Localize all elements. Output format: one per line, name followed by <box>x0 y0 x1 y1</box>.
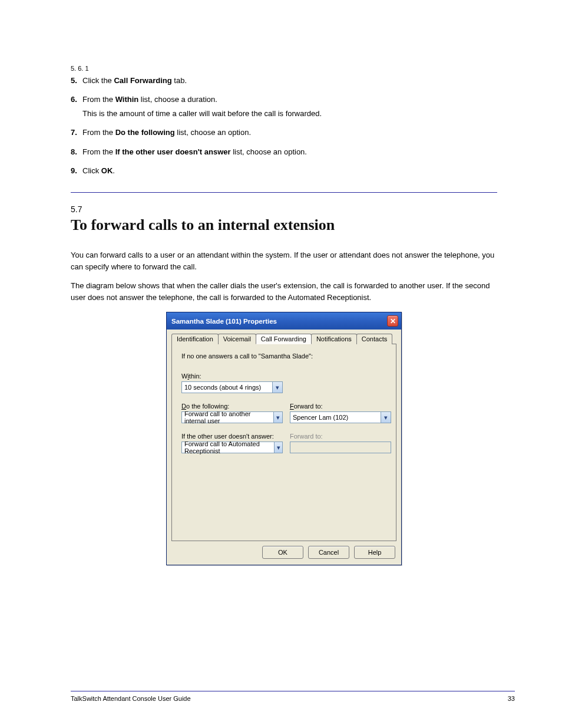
close-icon: ✕ <box>390 317 396 325</box>
step-7: 7.From the Do the following list, choose… <box>71 127 497 139</box>
properties-dialog: Samantha Slade (101) Properties ✕ Identi… <box>166 312 402 565</box>
tab-bar: Identification Voicemail Call Forwarding… <box>167 330 401 344</box>
tab-panel: If no one answers a call to "Samantha Sl… <box>171 344 396 541</box>
section-number-small: 5. 6. 1 <box>71 65 497 72</box>
tab-identification[interactable]: Identification <box>171 334 219 344</box>
tab-call-forwarding[interactable]: Call Forwarding <box>256 334 312 344</box>
chevron-down-icon: ▾ <box>274 442 282 453</box>
chevron-down-icon: ▾ <box>381 412 391 423</box>
within-label: Within: <box>181 373 386 380</box>
page-footer: TalkSwitch Attendant Console User Guide … <box>71 691 515 702</box>
do-value: Forward call to another internal user <box>184 410 273 424</box>
dialog-title: Samantha Slade (101) Properties <box>171 318 277 325</box>
forward-to-1-value: Spencer Lam (102) <box>293 414 348 421</box>
section-divider <box>71 192 497 193</box>
ok-button[interactable]: OK <box>262 546 303 559</box>
step-list: 5.Click the Call Forwarding tab. 6.From … <box>71 75 497 177</box>
forward-to-1-select[interactable]: Spencer Lam (102) ▾ <box>290 411 391 423</box>
body-paragraph-2: The diagram below shows that when the ca… <box>71 280 497 304</box>
step-6: 6.From the Within list, choose a duratio… <box>71 94 497 120</box>
forward-to-2-label: Forward to: <box>290 433 391 440</box>
if-other-value: Forward call to Automated Receptionist <box>184 440 274 454</box>
help-button[interactable]: Help <box>354 546 395 559</box>
footer-doc-title: TalkSwitch Attendant Console User Guide <box>71 695 191 702</box>
do-select[interactable]: Forward call to another internal user ▾ <box>181 411 283 423</box>
tab-voicemail[interactable]: Voicemail <box>218 334 256 344</box>
cancel-button[interactable]: Cancel <box>308 546 349 559</box>
within-value: 10 seconds (about 4 rings) <box>184 384 261 391</box>
within-select[interactable]: 10 seconds (about 4 rings) ▾ <box>181 381 283 393</box>
forward-to-2-select <box>290 442 391 453</box>
dialog-button-row: OK Cancel Help <box>167 546 401 565</box>
close-button[interactable]: ✕ <box>387 315 398 327</box>
step-6-sub: This is the amount of time a caller will… <box>82 108 497 120</box>
chevron-down-icon: ▾ <box>273 412 282 423</box>
forward-to-1-label: Forward to: <box>290 403 391 410</box>
chevron-down-icon: ▾ <box>272 382 282 393</box>
do-label: Do the following: <box>181 403 283 410</box>
tab-notifications[interactable]: Notifications <box>311 334 357 344</box>
if-other-select[interactable]: Forward call to Automated Receptionist ▾ <box>181 442 283 453</box>
heading-number: 5.7 <box>71 205 497 214</box>
if-other-label: If the other user doesn't answer: <box>181 433 283 440</box>
step-9: 9.Click OK. <box>71 165 497 177</box>
body-paragraph-1: You can forward calls to a user or an at… <box>71 249 497 273</box>
footer-page-number: 33 <box>508 695 515 702</box>
page-title: To forward calls to an internal extensio… <box>71 216 497 234</box>
dialog-intro: If no one answers a call to "Samantha Sl… <box>181 353 386 360</box>
dialog-titlebar[interactable]: Samantha Slade (101) Properties ✕ <box>167 312 401 330</box>
tab-contacts[interactable]: Contacts <box>356 334 392 344</box>
step-5: 5.Click the Call Forwarding tab. <box>71 75 497 87</box>
step-8: 8.From the If the other user doesn't ans… <box>71 146 497 158</box>
